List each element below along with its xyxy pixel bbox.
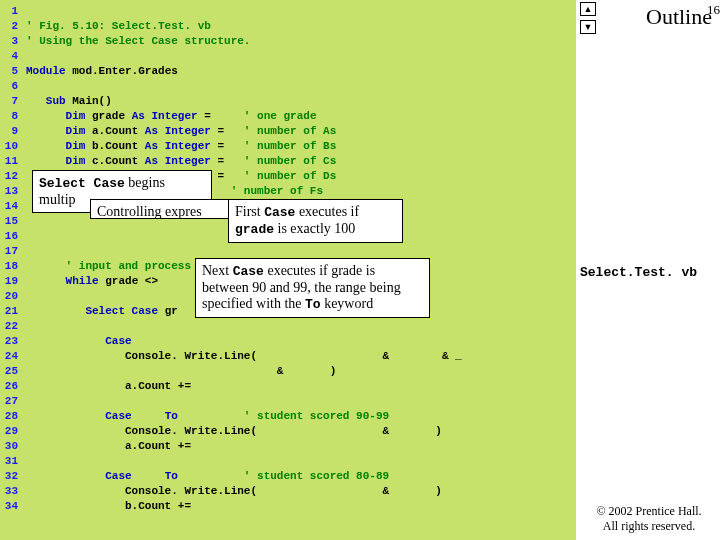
up-arrow-icon: ▲: [584, 4, 593, 14]
callout-text: To: [305, 297, 321, 312]
code-token: grade: [85, 110, 131, 122]
callout-text: executes if grade is: [264, 263, 375, 278]
lineno: 27: [0, 394, 22, 409]
callout-text: multip: [39, 192, 76, 207]
lineno: 25: [0, 364, 22, 379]
lineno: 32: [0, 469, 22, 484]
callout-text: Select Case: [39, 176, 125, 191]
callout-text: specified with the: [202, 296, 305, 311]
lineno: 22: [0, 319, 22, 334]
code-token: & ): [257, 425, 442, 437]
lineno: 8: [0, 109, 22, 124]
code-line: ' input and process: [26, 260, 191, 272]
lineno: 3: [0, 34, 22, 49]
line-number-gutter: 1 2 3 4 5 6 7 8 9 10 11 12 13 14 15 16 1…: [0, 0, 22, 514]
code-token: ' one grade: [217, 110, 316, 122]
code-token: Dim: [26, 110, 85, 122]
code-token: As Integer: [132, 110, 198, 122]
lineno: 17: [0, 244, 22, 259]
lineno: 21: [0, 304, 22, 319]
code-token: =: [198, 110, 218, 122]
code-token: & ): [26, 365, 336, 377]
lineno: 14: [0, 199, 22, 214]
callout-text: between 90 and 99, the range being: [202, 280, 401, 295]
lineno: 26: [0, 379, 22, 394]
code-area: 1 2 3 4 5 6 7 8 9 10 11 12 13 14 15 16 1…: [0, 0, 576, 540]
lineno: 20: [0, 289, 22, 304]
code-token: ' number of Fs: [217, 185, 323, 197]
callout-text: executes if: [295, 204, 359, 219]
nav-up-button[interactable]: ▲: [580, 2, 596, 16]
lineno: 1: [0, 4, 22, 19]
code-token: Console. Write.Line(: [26, 485, 257, 497]
lineno: 24: [0, 349, 22, 364]
code-line: ' Using the Select Case structure.: [26, 35, 250, 47]
code-token: =: [211, 125, 231, 137]
copyright-label: © 2002 Prentice Hall. All rights reserve…: [582, 504, 716, 534]
code-token: grade <>: [99, 275, 165, 287]
code-token: Module: [26, 65, 66, 77]
callout-text: keyword: [321, 296, 374, 311]
code-token: Case: [26, 410, 132, 422]
lineno: 15: [0, 214, 22, 229]
lineno: 29: [0, 424, 22, 439]
outline-title: Outline: [646, 4, 712, 30]
code-token: c.Count: [85, 155, 144, 167]
callout-first-case: First Case executes if grade is exactly …: [228, 199, 403, 243]
code-token: Select Case: [26, 305, 158, 317]
lineno: 23: [0, 334, 22, 349]
lineno: 2: [0, 19, 22, 34]
code-token: To: [132, 470, 178, 482]
code-token: Case: [26, 470, 132, 482]
code-token: & & _: [257, 350, 462, 362]
code-token: a.Count: [85, 125, 144, 137]
right-panel: ▲ ▼ 16 Outline Select.Test. vb © 2002 Pr…: [576, 0, 720, 540]
lineno: 4: [0, 49, 22, 64]
code-token: To: [132, 410, 178, 422]
lineno: 28: [0, 409, 22, 424]
code-token: =: [211, 170, 231, 182]
lineno: 11: [0, 154, 22, 169]
lineno: 34: [0, 499, 22, 514]
callout-text: Controlling expres: [97, 204, 202, 219]
code-token: =: [211, 140, 231, 152]
code-token: Dim: [26, 155, 85, 167]
code-line: ' Fig. 5.10: Select.Test. vb: [26, 20, 211, 32]
code-token: Console. Write.Line(: [26, 350, 257, 362]
lineno: 30: [0, 439, 22, 454]
code-token: ' student scored 80-89: [178, 470, 389, 482]
lineno: 18: [0, 259, 22, 274]
lineno: 5: [0, 64, 22, 79]
lineno: 33: [0, 484, 22, 499]
lineno: 16: [0, 229, 22, 244]
code-token: gr: [158, 305, 178, 317]
code-token: Sub: [26, 95, 66, 107]
lineno: 10: [0, 139, 22, 154]
callout-controlling-expression: Controlling expres: [90, 199, 230, 219]
code-token: As Integer: [145, 155, 211, 167]
code-token: ' number of Bs: [231, 140, 337, 152]
code-token: As Integer: [145, 125, 211, 137]
lineno: 6: [0, 79, 22, 94]
code-token: a.Count +=: [26, 380, 198, 392]
code-token: =: [211, 155, 231, 167]
code-token: While: [26, 275, 99, 287]
nav-down-button[interactable]: ▼: [580, 20, 596, 34]
lineno: 13: [0, 184, 22, 199]
callout-text: First: [235, 204, 264, 219]
callout-text: is exactly 100: [274, 221, 355, 236]
lineno: 7: [0, 94, 22, 109]
code-token: & ): [257, 485, 442, 497]
code-token: ' number of Cs: [231, 155, 337, 167]
code-token: b.Count +=: [26, 500, 198, 512]
code-token: ' number of As: [231, 125, 337, 137]
code-token: Console. Write.Line(: [26, 425, 257, 437]
lineno: 19: [0, 274, 22, 289]
code-token: b.Count: [85, 140, 144, 152]
code-token: Case: [26, 335, 132, 347]
down-arrow-icon: ▼: [584, 22, 593, 32]
callout-text: Case: [264, 205, 295, 220]
code-token: Dim: [26, 125, 85, 137]
code-token: a.Count +=: [26, 440, 198, 452]
code-token: ' number of Ds: [231, 170, 337, 182]
